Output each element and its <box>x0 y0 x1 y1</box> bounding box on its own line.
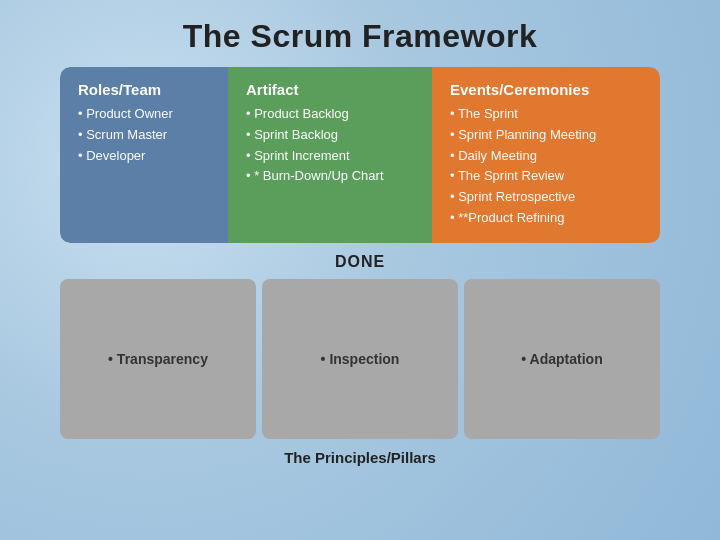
events-item-4: • The Sprint Review <box>450 166 642 187</box>
pillar-adaptation: • Adaptation <box>464 279 660 439</box>
events-item-1: • The Sprint <box>450 104 642 125</box>
events-item-3: • Daily Meeting <box>450 146 642 167</box>
artifact-item-3: • Sprint Increment <box>246 146 414 167</box>
events-item-6: • **Product Refining <box>450 208 642 229</box>
pillars-section: • Transparency • Inspection • Adaptation <box>60 279 660 439</box>
pillar-transparency: • Transparency <box>60 279 256 439</box>
events-title: Events/Ceremonies <box>450 81 642 98</box>
done-label: DONE <box>0 253 720 271</box>
pillars-title: The Principles/Pillars <box>0 449 720 466</box>
events-item-5: • Sprint Retrospective <box>450 187 642 208</box>
pillar-adaptation-label: • Adaptation <box>521 351 602 367</box>
roles-item-3: • Developer <box>78 146 210 167</box>
roles-box: Roles/Team • Product Owner • Scrum Maste… <box>60 67 228 243</box>
roles-item-2: • Scrum Master <box>78 125 210 146</box>
roles-item-1: • Product Owner <box>78 104 210 125</box>
events-box: Events/Ceremonies • The Sprint • Sprint … <box>432 67 660 243</box>
pillar-inspection-label: • Inspection <box>321 351 400 367</box>
top-section: Roles/Team • Product Owner • Scrum Maste… <box>60 67 660 243</box>
events-item-2: • Sprint Planning Meeting <box>450 125 642 146</box>
artifact-item-2: • Sprint Backlog <box>246 125 414 146</box>
page-title: The Scrum Framework <box>0 0 720 67</box>
roles-title: Roles/Team <box>78 81 210 98</box>
artifact-item-4: • * Burn-Down/Up Chart <box>246 166 414 187</box>
pillar-transparency-label: • Transparency <box>108 351 208 367</box>
artifact-box: Artifact • Product Backlog • Sprint Back… <box>228 67 432 243</box>
artifact-item-1: • Product Backlog <box>246 104 414 125</box>
pillar-inspection: • Inspection <box>262 279 458 439</box>
artifact-title: Artifact <box>246 81 414 98</box>
